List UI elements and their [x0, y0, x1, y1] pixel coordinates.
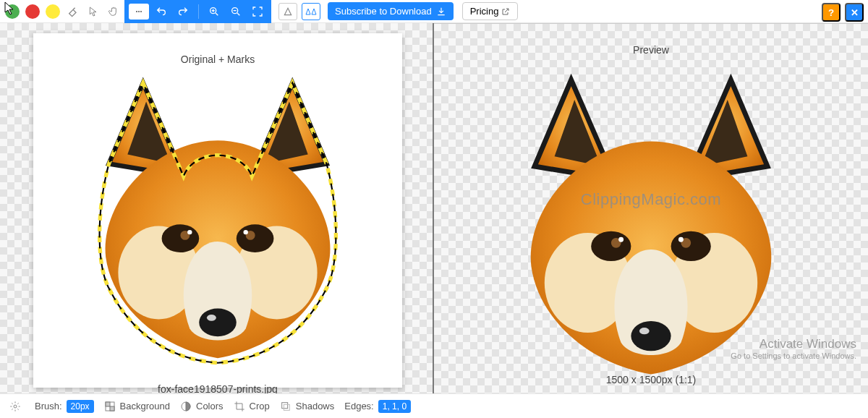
svg-point-14 [207, 315, 216, 321]
edges-label: Edges: [344, 401, 373, 411]
pointer-tool[interactable] [84, 2, 103, 21]
svg-point-8 [237, 224, 274, 252]
original-canvas[interactable]: Original + Marks [33, 33, 402, 388]
close-icon: ✕ [851, 7, 859, 18]
colors-label: Colors [196, 401, 224, 411]
colors-control[interactable]: Colors [180, 401, 224, 412]
svg-point-2 [140, 11, 142, 12]
help-button[interactable]: ? [822, 3, 841, 22]
svg-rect-31 [284, 404, 289, 410]
download-icon [436, 7, 446, 17]
help-icon: ? [828, 7, 834, 18]
svg-point-21 [618, 236, 624, 242]
svg-rect-30 [281, 402, 287, 408]
svg-point-24 [639, 328, 650, 334]
svg-point-18 [671, 231, 711, 260]
top-toolbar: Subscribe to Download Pricing [0, 0, 868, 23]
external-link-icon [501, 7, 510, 16]
close-button[interactable]: ✕ [845, 3, 864, 22]
remove-mark-tool[interactable] [25, 4, 40, 19]
subscribe-download-button[interactable]: Subscribe to Download [328, 2, 454, 20]
svg-point-13 [199, 308, 237, 336]
divider [198, 4, 199, 19]
dimensions-label: 1500 x 1500px (1:1) [434, 374, 868, 385]
crop-label: Crop [250, 401, 270, 411]
svg-rect-27 [106, 402, 110, 406]
eraser-tool[interactable] [64, 2, 82, 21]
svg-point-11 [187, 230, 192, 234]
undo-button[interactable] [152, 2, 171, 21]
svg-point-7 [162, 224, 200, 252]
svg-point-12 [243, 230, 247, 234]
view-mode-group [278, 3, 320, 20]
edit-controls-panel [124, 0, 271, 23]
shadow-icon [280, 401, 292, 412]
contrast-icon [180, 401, 192, 412]
preview-image [485, 50, 817, 383]
view-single-button[interactable] [278, 3, 297, 20]
bottom-toolbar: Brush: 20px Background Colors Crop Shado… [0, 393, 868, 418]
keep-mark-tool[interactable] [5, 4, 20, 19]
fit-screen-button[interactable] [248, 2, 267, 21]
edges-value: 1, 1, 0 [378, 400, 411, 413]
crop-control[interactable]: Crop [234, 401, 270, 412]
preview-pane[interactable]: Preview [434, 23, 868, 393]
background-control[interactable]: Background [104, 401, 170, 412]
redo-button[interactable] [174, 2, 192, 21]
pricing-button[interactable]: Pricing [462, 2, 519, 20]
zoom-in-button[interactable] [205, 2, 224, 21]
brush-size-control[interactable]: Brush: 20px [35, 400, 94, 413]
brush-value: 20px [67, 400, 94, 413]
mark-tools-group [3, 2, 123, 21]
view-split-button[interactable] [302, 3, 320, 20]
gear-icon [9, 401, 21, 412]
pricing-label: Pricing [470, 6, 499, 17]
brush-label: Brush: [35, 401, 62, 411]
svg-point-25 [14, 405, 17, 408]
options-dropdown[interactable] [129, 4, 149, 20]
subscribe-label: Subscribe to Download [335, 6, 432, 17]
shadows-control[interactable]: Shadows [280, 401, 334, 412]
settings-button[interactable] [6, 397, 25, 416]
svg-point-23 [631, 321, 671, 351]
svg-rect-28 [110, 406, 114, 411]
hair-tool[interactable] [46, 4, 60, 19]
svg-point-22 [678, 236, 684, 242]
svg-point-1 [138, 11, 140, 12]
workspace: Original + Marks [0, 23, 868, 393]
crop-icon [234, 401, 245, 412]
svg-point-0 [136, 11, 137, 12]
original-image [62, 55, 373, 366]
pan-tool[interactable] [104, 2, 123, 21]
edges-control[interactable]: Edges: 1, 1, 0 [344, 400, 411, 413]
checker-icon [104, 401, 116, 412]
original-pane[interactable]: Original + Marks [0, 23, 434, 393]
zoom-out-button[interactable] [226, 2, 245, 21]
shadows-label: Shadows [296, 401, 334, 411]
svg-point-17 [591, 231, 631, 260]
background-label: Background [120, 401, 170, 411]
top-right-controls: ? ✕ [822, 3, 864, 22]
